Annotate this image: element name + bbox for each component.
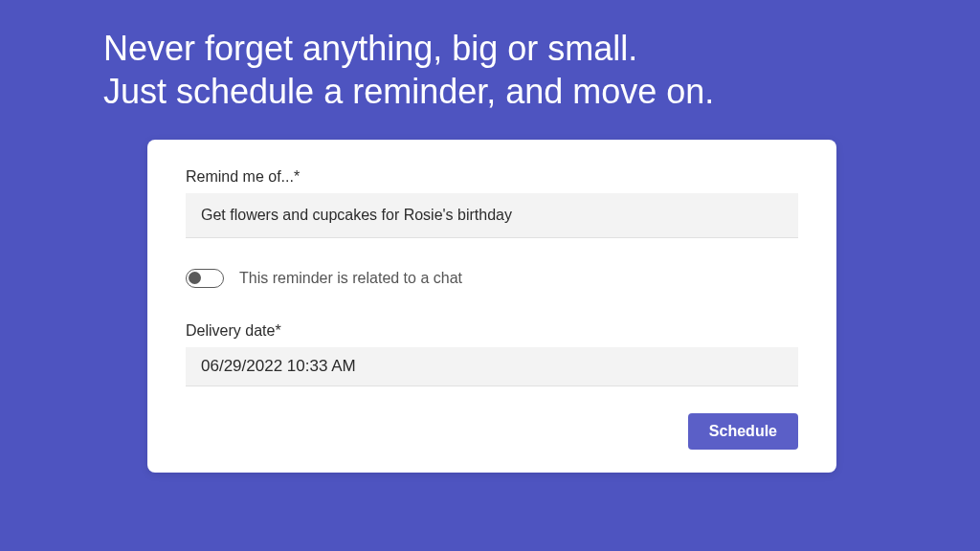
headline-line1: Never forget anything, big or small. bbox=[103, 29, 637, 68]
related-chat-toggle-label: This reminder is related to a chat bbox=[239, 270, 462, 287]
toggle-thumb-icon bbox=[189, 272, 201, 284]
delivery-date-label: Delivery date* bbox=[186, 322, 798, 340]
remind-input[interactable] bbox=[186, 193, 798, 238]
remind-label: Remind me of...* bbox=[186, 168, 798, 186]
related-chat-toggle-row: This reminder is related to a chat bbox=[186, 269, 798, 288]
reminder-form-card: Remind me of...* This reminder is relate… bbox=[147, 140, 836, 473]
schedule-button[interactable]: Schedule bbox=[688, 413, 798, 450]
delivery-date-input[interactable] bbox=[186, 347, 798, 386]
related-chat-toggle[interactable] bbox=[186, 269, 224, 288]
hero-headline: Never forget anything, big or small. Jus… bbox=[0, 0, 980, 113]
headline-line2: Just schedule a reminder, and move on. bbox=[103, 72, 714, 111]
button-row: Schedule bbox=[186, 413, 798, 450]
